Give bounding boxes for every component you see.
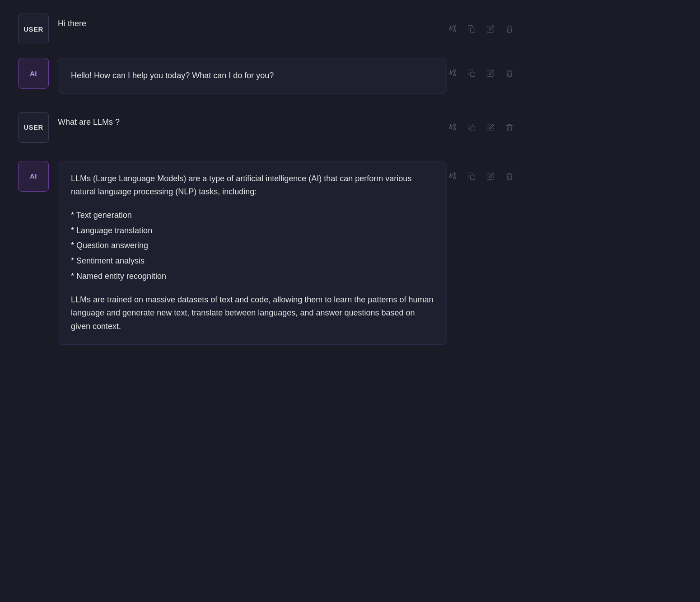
copy-icon-1[interactable] <box>466 24 477 34</box>
svg-rect-1 <box>471 72 475 77</box>
copy-icon-4[interactable] <box>466 171 477 182</box>
delete-icon-1[interactable] <box>504 24 515 34</box>
list-item-4-1: * Language translation <box>71 224 434 238</box>
list-item-4-4: * Named entity recognition <box>71 270 434 283</box>
message-content-1: Hi there <box>58 14 447 34</box>
svg-rect-0 <box>471 28 475 33</box>
fork-icon-2[interactable] <box>447 68 458 79</box>
edit-icon-1[interactable] <box>485 24 496 34</box>
avatar-user-1: USER <box>18 14 49 44</box>
edit-icon-3[interactable] <box>485 122 496 133</box>
copy-icon-2[interactable] <box>466 68 477 79</box>
svg-rect-3 <box>471 175 475 179</box>
avatar-ai-4: AI <box>18 161 49 192</box>
message-outro-4: LLMs are trained on massive datasets of … <box>71 293 434 334</box>
message-text-3: What are LLMs ? <box>58 112 447 132</box>
delete-icon-3[interactable] <box>504 122 515 133</box>
message-bubble-4: LLMs (Large Language Models) are a type … <box>58 161 447 345</box>
avatar-user-3: USER <box>18 112 49 143</box>
list-item-4-3: * Sentiment analysis <box>71 254 434 268</box>
delete-icon-4[interactable] <box>504 171 515 182</box>
svg-rect-2 <box>471 126 475 131</box>
action-buttons-4 <box>447 161 515 182</box>
message-text-1: Hi there <box>58 14 447 34</box>
action-buttons-1 <box>447 14 515 34</box>
avatar-ai-2: AI <box>18 58 49 89</box>
action-buttons-3 <box>447 112 515 133</box>
message-content-4: LLMs (Large Language Models) are a type … <box>58 161 447 345</box>
chat-container: USER Hi there AI <box>18 14 515 349</box>
message-row-4: AI LLMs (Large Language Models) are a ty… <box>18 161 515 345</box>
edit-icon-2[interactable] <box>485 68 496 79</box>
message-content-2: Hello! How can I help you today? What ca… <box>58 58 447 94</box>
edit-icon-4[interactable] <box>485 171 496 182</box>
copy-icon-3[interactable] <box>466 122 477 133</box>
fork-icon-4[interactable] <box>447 171 458 182</box>
fork-icon-1[interactable] <box>447 24 458 34</box>
message-intro-4: LLMs (Large Language Models) are a type … <box>71 172 434 199</box>
message-bubble-2: Hello! How can I help you today? What ca… <box>58 58 447 94</box>
message-row-3: USER What are LLMs ? <box>18 112 515 143</box>
list-item-4-2: * Question answering <box>71 239 434 253</box>
delete-icon-2[interactable] <box>504 68 515 79</box>
message-content-3: What are LLMs ? <box>58 112 447 132</box>
message-row-2: AI Hello! How can I help you today? What… <box>18 58 515 94</box>
action-buttons-2 <box>447 58 515 79</box>
list-item-4-0: * Text generation <box>71 209 434 222</box>
message-row-1: USER Hi there <box>18 14 515 44</box>
fork-icon-3[interactable] <box>447 122 458 133</box>
message-text-2: Hello! How can I help you today? What ca… <box>71 71 274 80</box>
